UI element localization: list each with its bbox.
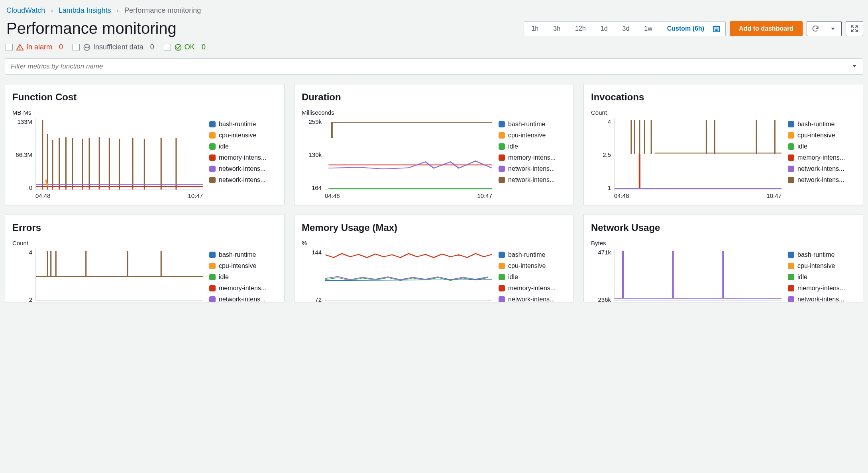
panel-unit: Count (12, 240, 277, 246)
legend-item[interactable]: memory-intens... (209, 285, 277, 292)
legend-item[interactable]: cpu-intensive (209, 132, 277, 139)
breadcrumb: CloudWatch › Lambda Insights › Performan… (5, 6, 863, 15)
legend-item[interactable]: network-intens... (788, 296, 856, 302)
chart-legend: bash-runtimecpu-intensiveidlememory-inte… (209, 249, 277, 302)
legend-swatch (499, 285, 505, 291)
legend-swatch (499, 121, 505, 127)
legend-item[interactable]: bash-runtime (499, 121, 566, 128)
legend-item[interactable]: idle (499, 274, 566, 281)
legend-swatch (209, 154, 216, 161)
legend-item[interactable]: bash-runtime (209, 251, 277, 258)
legend-item[interactable]: idle (788, 274, 856, 281)
legend-label: network-intens... (219, 176, 265, 184)
legend-item[interactable]: bash-runtime (209, 121, 277, 128)
legend-item[interactable]: idle (499, 143, 566, 150)
panel-title: Network Usage (591, 222, 856, 233)
add-to-dashboard-button[interactable]: Add to dashboard (730, 21, 803, 36)
legend-label: memory-intens... (219, 154, 266, 161)
chart-plot[interactable] (35, 118, 203, 190)
legend-item[interactable]: bash-runtime (788, 251, 856, 258)
time-range-1w[interactable]: 1w (637, 22, 660, 36)
svg-marker-10 (831, 27, 835, 30)
legend-item[interactable]: bash-runtime (788, 121, 856, 128)
svg-point-8 (717, 30, 717, 31)
time-range-12h[interactable]: 12h (568, 22, 593, 36)
legend-item[interactable]: bash-runtime (499, 251, 566, 258)
legend-swatch (788, 274, 794, 280)
legend-swatch (209, 132, 216, 139)
legend-label: bash-runtime (219, 121, 256, 128)
legend-item[interactable]: cpu-intensive (788, 132, 856, 139)
legend-label: bash-runtime (508, 121, 545, 128)
calendar-icon[interactable] (712, 22, 725, 36)
svg-point-19 (85, 47, 86, 48)
legend-label: bash-runtime (219, 251, 256, 258)
chart-plot[interactable] (35, 249, 203, 301)
legend-label: cpu-intensive (797, 262, 835, 270)
legend-item[interactable]: idle (788, 143, 856, 150)
panel-title: Memory Usage (Max) (302, 222, 566, 233)
time-range-3h[interactable]: 3h (546, 22, 568, 36)
panel-title: Function Cost (12, 92, 277, 103)
legend-label: network-intens... (219, 165, 265, 172)
filter-input[interactable] (11, 63, 857, 70)
chart-plot[interactable] (325, 118, 492, 190)
legend-item[interactable]: cpu-intensive (499, 262, 566, 270)
fullscreen-button[interactable] (846, 21, 863, 36)
panel-invocations: Invocations Count 4 2.5 1 (583, 84, 863, 205)
legend-label: network-intens... (508, 176, 555, 184)
legend-item[interactable]: cpu-intensive (209, 262, 277, 270)
legend-item[interactable]: memory-intens... (499, 154, 566, 161)
legend-item[interactable]: idle (209, 274, 277, 281)
legend-item[interactable]: network-intens... (209, 296, 277, 302)
legend-item[interactable]: network-intens... (499, 176, 566, 184)
chart-legend: bash-runtimecpu-intensiveidlememory-inte… (209, 118, 277, 199)
svg-point-7 (715, 30, 715, 31)
in-alarm-checkbox[interactable] (6, 44, 13, 51)
legend-swatch (209, 177, 216, 183)
legend-label: cpu-intensive (508, 132, 546, 139)
time-range-3d[interactable]: 3d (615, 22, 637, 36)
legend-item[interactable]: network-intens... (788, 165, 856, 172)
time-range-1d[interactable]: 1d (593, 22, 615, 36)
panel-title: Invocations (591, 92, 856, 103)
legend-swatch (499, 296, 505, 302)
insufficient-checkbox[interactable] (73, 44, 80, 51)
legend-swatch (788, 154, 794, 161)
legend-item[interactable]: network-intens... (209, 176, 277, 184)
svg-line-13 (852, 29, 854, 31)
time-range-custom[interactable]: Custom (6h) (660, 22, 712, 36)
time-range-1h[interactable]: 1h (524, 22, 546, 36)
legend-item[interactable]: network-intens... (209, 165, 277, 172)
chart-plot[interactable] (614, 249, 782, 301)
legend-label: idle (797, 274, 807, 281)
refresh-options-button[interactable] (824, 21, 842, 36)
chevron-down-icon[interactable] (852, 63, 857, 70)
breadcrumb-lambda-insights[interactable]: Lambda Insights (59, 6, 111, 15)
legend-item[interactable]: memory-intens... (499, 285, 566, 292)
legend-label: cpu-intensive (508, 262, 546, 270)
legend-item[interactable]: network-intens... (499, 296, 566, 302)
legend-item[interactable]: memory-intens... (788, 154, 856, 161)
refresh-button[interactable] (807, 21, 824, 36)
legend-item[interactable]: memory-intens... (788, 285, 856, 292)
legend-label: idle (508, 143, 518, 150)
legend-swatch (788, 132, 794, 139)
legend-item[interactable]: cpu-intensive (788, 262, 856, 270)
x-axis-ticks: 04:4810:47 (35, 190, 203, 199)
panel-network-usage: Network Usage Bytes 471k 236k bash-runti… (583, 215, 863, 302)
legend-label: idle (219, 143, 229, 150)
panel-title: Errors (12, 222, 277, 233)
legend-item[interactable]: memory-intens... (209, 154, 277, 161)
legend-item[interactable]: cpu-intensive (499, 132, 566, 139)
ok-checkbox[interactable] (164, 44, 171, 51)
chart-plot[interactable] (614, 118, 782, 190)
panel-unit: Bytes (591, 240, 856, 246)
legend-swatch (788, 143, 794, 150)
legend-item[interactable]: idle (209, 143, 277, 150)
legend-item[interactable]: network-intens... (788, 176, 856, 184)
legend-item[interactable]: network-intens... (499, 165, 566, 172)
breadcrumb-cloudwatch[interactable]: CloudWatch (6, 6, 45, 15)
legend-swatch (788, 285, 794, 291)
chart-plot[interactable] (325, 249, 492, 301)
